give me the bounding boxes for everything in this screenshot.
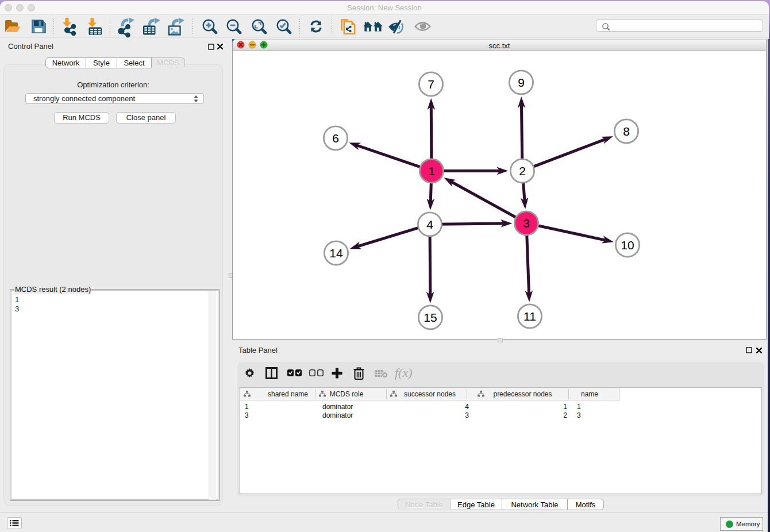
svg-text:4: 4 <box>426 218 433 231</box>
svg-text:3: 3 <box>523 217 530 230</box>
svg-text:9: 9 <box>518 76 525 89</box>
svg-text:2: 2 <box>519 164 526 178</box>
svg-text:7: 7 <box>428 78 434 91</box>
svg-text:15: 15 <box>424 311 437 324</box>
svg-text:10: 10 <box>621 238 634 252</box>
svg-text:11: 11 <box>523 310 536 323</box>
svg-text:14: 14 <box>329 246 343 260</box>
svg-text:1: 1 <box>428 164 435 178</box>
svg-text:8: 8 <box>623 125 630 138</box>
svg-text:6: 6 <box>332 132 339 145</box>
